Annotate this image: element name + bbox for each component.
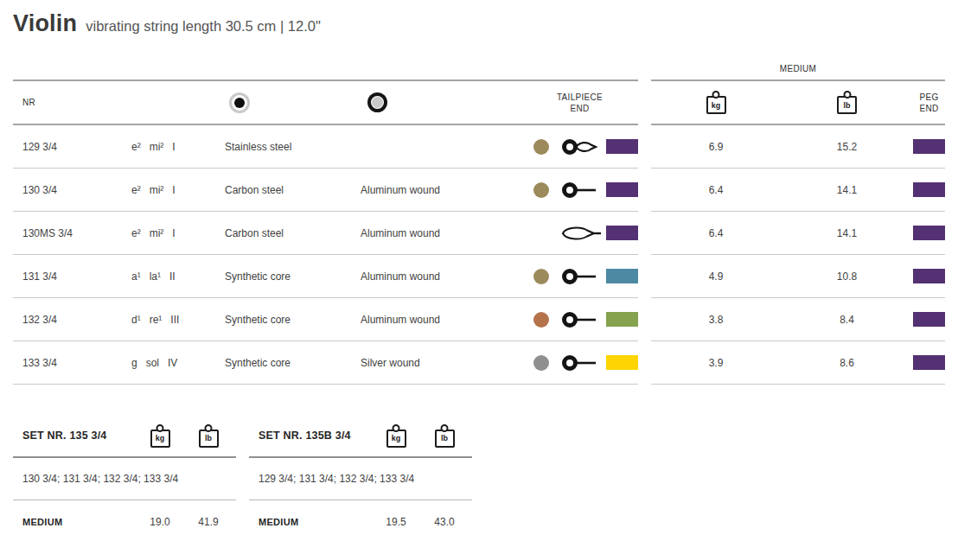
gauge-column-header: MEDIUM (651, 64, 945, 80)
kg-weight-icon: kg (150, 430, 170, 448)
string-nr: 130MS 3/4 (22, 227, 131, 239)
tension-lb: 14.1 (781, 184, 913, 196)
ball-end-icon (561, 311, 601, 328)
set-gauge-label: MEDIUM (22, 517, 136, 527)
tension-row: 3.8 8.4 (651, 298, 945, 341)
core-cross-section-icon (234, 98, 245, 108)
tension-lb: 15.2 (781, 141, 913, 153)
set-gauge-label: MEDIUM (259, 517, 372, 527)
gauge-color-dot (533, 312, 549, 328)
tension-row: 4.9 10.8 (651, 255, 945, 298)
nr-column-header: NR (22, 98, 131, 107)
table-header-row: NR TAILPIECE END (13, 80, 638, 125)
tension-lb: 10.8 (781, 270, 913, 283)
tension-row: 6.9 15.2 (651, 125, 945, 169)
tension-row: 3.9 8.6 (651, 341, 945, 385)
peg-color-bar (913, 269, 945, 283)
tension-lb: 14.1 (781, 227, 913, 239)
gauge-color-dot (533, 355, 549, 371)
lb-weight-icon: lb (199, 430, 219, 448)
string-row: 133 3/4 gsolIV Synthetic core Silver wou… (13, 341, 638, 385)
tailpiece-color-bar (606, 139, 638, 154)
kg-weight-icon: kg (386, 430, 406, 448)
peg-color-bar (913, 226, 945, 240)
string-notes: d¹re¹III (131, 314, 225, 326)
set-box: SET NR. 135B 3/4 kg lb 129 3/4; 131 3/4;… (249, 415, 472, 544)
string-core: Stainless steel (225, 141, 361, 153)
tension-panel: MEDIUM kg lb PEG END 6.9 15.2 6.4 14.1 (651, 64, 945, 385)
tension-kg: 3.8 (651, 314, 781, 326)
page-title: Violin (13, 10, 77, 37)
peg-end-column-header: PEG END (919, 92, 938, 114)
set-kg-value: 19.0 (136, 516, 184, 528)
set-title: SET NR. 135B 3/4 (259, 430, 372, 442)
set-lb-value: 43.0 (420, 516, 469, 528)
lb-weight-icon: lb (837, 96, 857, 114)
ball-end-icon (561, 354, 601, 372)
string-winding: Silver wound (361, 357, 521, 369)
catalog-page: Violin vibrating string length 30.5 cm |… (0, 0, 958, 560)
loop-end-icon (561, 225, 601, 242)
strings-table: NR TAILPIECE END 129 3/4 e²mi²I Stainles… (13, 80, 638, 385)
tailpiece-color-bar (606, 182, 638, 197)
set-lb-value: 41.9 (184, 516, 233, 528)
string-nr: 133 3/4 (22, 357, 131, 369)
string-nr: 132 3/4 (22, 314, 131, 326)
string-core: Synthetic core (225, 357, 361, 369)
string-row: 132 3/4 d¹re¹III Synthetic core Aluminum… (13, 298, 638, 341)
page-subtitle: vibrating string length 30.5 cm | 12.0" (86, 18, 321, 35)
peg-color-bar (913, 355, 945, 370)
string-row: 130MS 3/4 e²mi²I Carbon steel Aluminum w… (13, 212, 638, 255)
string-row: 129 3/4 e²mi²I Stainless steel (13, 125, 638, 169)
tension-lb: 8.6 (781, 357, 913, 369)
tension-row: 6.4 14.1 (651, 212, 945, 255)
string-nr: 130 3/4 (22, 184, 131, 196)
string-core: Synthetic core (225, 314, 361, 326)
peg-color-bar (913, 139, 945, 154)
tailpiece-color-bar (606, 226, 638, 240)
ball-loop-end-icon (561, 138, 601, 156)
string-winding: Aluminum wound (361, 314, 521, 326)
string-notes: a¹la¹II (131, 270, 225, 283)
tension-kg: 6.9 (651, 141, 781, 153)
string-nr: 131 3/4 (22, 270, 131, 283)
tension-kg: 6.4 (651, 184, 781, 196)
string-winding: Aluminum wound (361, 227, 521, 239)
string-notes: gsolIV (131, 357, 225, 369)
string-notes: e²mi²I (131, 141, 225, 153)
tailpiece-end-column-header: TAILPIECE END (557, 92, 603, 114)
lb-weight-icon: lb (435, 430, 455, 448)
string-winding: Aluminum wound (361, 184, 521, 196)
string-notes: e²mi²I (131, 184, 225, 196)
string-core: Synthetic core (225, 270, 361, 283)
set-strings-list: 130 3/4; 131 3/4; 132 3/4; 133 3/4 (13, 458, 236, 500)
set-title: SET NR. 135 3/4 (22, 430, 136, 442)
tailpiece-color-bar (606, 269, 638, 283)
string-notes: e²mi²I (131, 227, 225, 239)
ball-end-icon (561, 268, 601, 285)
gauge-color-dot (533, 269, 549, 284)
string-winding: Aluminum wound (361, 270, 521, 283)
string-row: 131 3/4 a¹la¹II Synthetic core Aluminum … (13, 255, 638, 298)
gauge-color-dot (533, 182, 549, 198)
peg-color-bar (913, 312, 945, 327)
tailpiece-color-bar (606, 312, 638, 327)
winding-cross-section-icon (372, 97, 383, 108)
tension-kg: 6.4 (651, 227, 781, 239)
tension-lb: 8.4 (781, 314, 913, 326)
string-core: Carbon steel (225, 184, 361, 196)
ball-end-icon (561, 181, 601, 199)
tension-kg: 4.9 (651, 270, 781, 283)
gauge-color-dot (533, 139, 549, 155)
string-nr: 129 3/4 (22, 141, 131, 153)
tension-kg: 3.9 (651, 357, 781, 369)
string-row: 130 3/4 e²mi²I Carbon steel Aluminum wou… (13, 169, 638, 212)
peg-color-bar (913, 182, 945, 197)
set-kg-value: 19.5 (372, 516, 420, 528)
kg-weight-icon: kg (706, 96, 726, 114)
tension-row: 6.4 14.1 (651, 169, 945, 212)
set-box: SET NR. 135 3/4 kg lb 130 3/4; 131 3/4; … (13, 415, 236, 544)
tension-header-row: kg lb PEG END (651, 80, 945, 125)
page-header: Violin vibrating string length 30.5 cm |… (13, 10, 321, 37)
set-strings-list: 129 3/4; 131 3/4; 132 3/4; 133 3/4 (249, 458, 472, 500)
